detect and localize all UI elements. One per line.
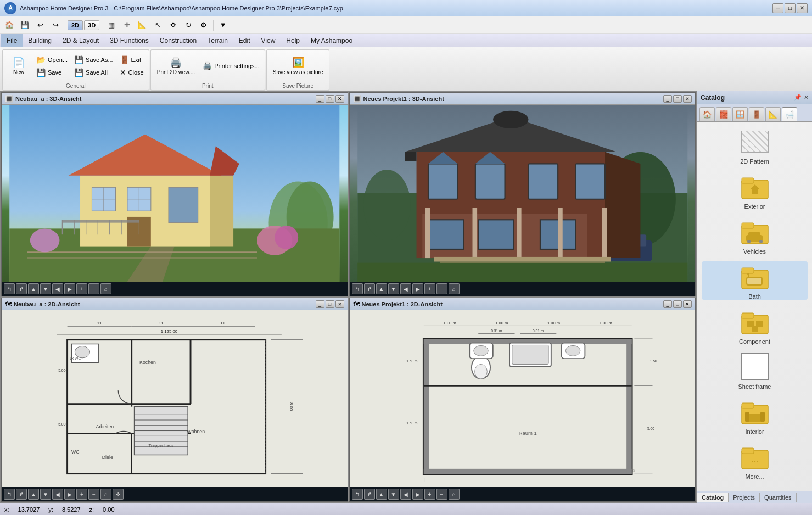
menu-3d-functions[interactable]: 3D Functions bbox=[104, 34, 154, 47]
catalog-item-vehicles[interactable]: Vehicles bbox=[702, 216, 808, 255]
vp-3d-1-tool-up[interactable]: ▲ bbox=[28, 283, 39, 294]
vp-2d-1-tool-8[interactable]: − bbox=[88, 489, 99, 500]
vp-3d-2-minimize[interactable]: _ bbox=[663, 95, 672, 103]
vp-3d-1-tool-left[interactable]: ◀ bbox=[52, 283, 63, 294]
mode-3d-button[interactable]: 3D bbox=[84, 20, 99, 30]
vp-3d-2-tool-left[interactable]: ◀ bbox=[400, 283, 411, 294]
vp-2d-1-tool-settings[interactable]: ✛ bbox=[113, 489, 124, 500]
vp-3d-1-close[interactable]: ✕ bbox=[335, 95, 344, 103]
menu-my-ashampoo[interactable]: My Ashampoo bbox=[305, 34, 358, 47]
redo-button[interactable]: ↪ bbox=[48, 19, 63, 32]
catalog-item-exterior[interactable]: Exterior bbox=[702, 171, 808, 210]
vp-3d-1-tool-zoom-in[interactable]: + bbox=[76, 283, 87, 294]
save-as-button[interactable]: 💾 Save As... bbox=[71, 54, 116, 66]
undo-button[interactable]: ↩ bbox=[33, 19, 47, 32]
catalog-pin-button[interactable]: 📌 bbox=[794, 94, 802, 101]
dropdown-button[interactable]: ▼ bbox=[216, 19, 230, 32]
move-button[interactable]: ✥ bbox=[166, 19, 180, 32]
rotate-button[interactable]: ↻ bbox=[181, 19, 195, 32]
vp-2d-1-tool-7[interactable]: + bbox=[76, 489, 87, 500]
catalog-tab-stairs[interactable]: 📐 bbox=[765, 107, 781, 121]
home-button[interactable]: 🏠 bbox=[2, 19, 16, 32]
catalog-scroll[interactable]: 2D Pattern Exterior bbox=[697, 122, 812, 491]
vp-2d-1-scene[interactable]: 11 11 11 1:125.00 bbox=[2, 310, 348, 487]
mode-2d-button[interactable]: 2D bbox=[68, 20, 83, 30]
catalog-item-2dpattern[interactable]: 2D Pattern bbox=[702, 126, 808, 165]
save-view-picture-button[interactable]: 🖼️ Save view as picture bbox=[269, 55, 327, 77]
vp-2d-2-tool-5[interactable]: ◀ bbox=[400, 489, 411, 500]
print-2d-button[interactable]: 🖨️ Print 2D view.... bbox=[153, 55, 199, 77]
vp-3d-1-tool-down[interactable]: ▼ bbox=[40, 283, 51, 294]
vp-2d-2-tool-7[interactable]: + bbox=[424, 489, 435, 500]
menu-2d-layout[interactable]: 2D & Layout bbox=[57, 34, 104, 47]
vp-2d-1-restore[interactable]: □ bbox=[326, 300, 334, 308]
vp-2d-2-tool-1[interactable]: ↰ bbox=[352, 489, 363, 500]
vp-3d-2-close[interactable]: ✕ bbox=[683, 95, 692, 103]
vp-2d-1-tool-9[interactable]: ⌂ bbox=[100, 489, 111, 500]
vp-3d-2-scene[interactable] bbox=[350, 105, 696, 282]
catalog-tab-wall[interactable]: 🧱 bbox=[716, 107, 731, 121]
menu-help[interactable]: Help bbox=[281, 34, 305, 47]
vp-2d-2-scene[interactable]: 1.00 m 1.00 m 1.00 m 1.00 m 0.31 m 0.31 … bbox=[350, 310, 696, 487]
vp-2d-2-restore[interactable]: □ bbox=[673, 300, 682, 308]
vp-2d-1-tool-2[interactable]: ↱ bbox=[16, 489, 27, 500]
menu-view[interactable]: View bbox=[256, 34, 281, 47]
catalog-item-component[interactable]: Component bbox=[702, 306, 808, 345]
new-button[interactable]: 📄 New bbox=[5, 55, 32, 77]
vp-2d-2-tool-3[interactable]: ▲ bbox=[376, 489, 387, 500]
vp-2d-1-tool-5[interactable]: ◀ bbox=[52, 489, 63, 500]
vp-2d-2-tool-6[interactable]: ▶ bbox=[412, 489, 423, 500]
menu-terrain[interactable]: Terrain bbox=[202, 34, 233, 47]
vp-3d-1-tool-home[interactable]: ⌂ bbox=[100, 283, 111, 294]
catalog-tab-window[interactable]: 🪟 bbox=[732, 107, 748, 121]
vp-2d-2-minimize[interactable]: _ bbox=[663, 300, 672, 308]
vp-2d-2-tool-2[interactable]: ↱ bbox=[364, 489, 375, 500]
menu-construction[interactable]: Construction bbox=[154, 34, 202, 47]
vp-3d-1-tool-rotate-right[interactable]: ↱ bbox=[16, 283, 27, 294]
vp-3d-2-tool-home[interactable]: ⌂ bbox=[449, 283, 460, 294]
catalog-item-more[interactable]: ... More... bbox=[702, 441, 808, 480]
vp-3d-2-tool-down[interactable]: ▼ bbox=[388, 283, 399, 294]
menu-file[interactable]: File bbox=[1, 34, 23, 47]
vp-2d-1-tool-6[interactable]: ▶ bbox=[64, 489, 75, 500]
vp-3d-2-tool-up[interactable]: ▲ bbox=[376, 283, 387, 294]
vp-2d-2-close[interactable]: ✕ bbox=[683, 300, 692, 308]
catalog-item-bath[interactable]: Bath bbox=[702, 261, 808, 300]
menu-building[interactable]: Building bbox=[23, 34, 57, 47]
close-button[interactable]: ✕ bbox=[797, 3, 808, 13]
vp-3d-2-tool-zoom-out[interactable]: − bbox=[436, 283, 447, 294]
vp-2d-2-tool-9[interactable]: ⌂ bbox=[449, 489, 460, 500]
vp-3d-1-minimize[interactable]: _ bbox=[316, 95, 324, 103]
menu-edit[interactable]: Edit bbox=[233, 34, 256, 47]
vp-2d-1-minimize[interactable]: _ bbox=[316, 300, 324, 308]
settings-button[interactable]: ⚙ bbox=[197, 19, 211, 32]
catalog-tab-furniture[interactable]: 🛁 bbox=[782, 107, 797, 121]
catalog-bottom-tab-projects[interactable]: Projects bbox=[729, 493, 760, 502]
select-button[interactable]: ↖ bbox=[150, 19, 165, 32]
vp-3d-2-tool-right[interactable]: ▶ bbox=[412, 283, 423, 294]
restore-button[interactable]: □ bbox=[785, 3, 796, 13]
grid-button[interactable]: ▦ bbox=[104, 19, 119, 32]
catalog-tab-home[interactable]: 🏠 bbox=[699, 107, 715, 121]
vp-2d-2-tool-8[interactable]: − bbox=[436, 489, 447, 500]
catalog-bottom-tab-quantities[interactable]: Quantities bbox=[760, 493, 797, 502]
vp-3d-1-tool-zoom-out[interactable]: − bbox=[88, 283, 99, 294]
vp-2d-1-tool-3[interactable]: ▲ bbox=[28, 489, 39, 500]
vp-3d-1-tool-right[interactable]: ▶ bbox=[64, 283, 75, 294]
vp-3d-2-tool-rotate-left[interactable]: ↰ bbox=[352, 283, 363, 294]
catalog-item-sheetframe[interactable]: Sheet frame bbox=[702, 351, 808, 390]
vp-2d-1-tool-4[interactable]: ▼ bbox=[40, 489, 51, 500]
exit-button[interactable]: 🚪 Exit bbox=[117, 54, 147, 66]
catalog-item-interior[interactable]: Interior bbox=[702, 396, 808, 435]
vp-3d-2-tool-rotate-right[interactable]: ↱ bbox=[364, 283, 375, 294]
save-all-button[interactable]: 💾 Save All bbox=[71, 66, 116, 79]
catalog-bottom-tab-catalog[interactable]: Catalog bbox=[697, 493, 729, 502]
vp-3d-2-restore[interactable]: □ bbox=[673, 95, 682, 103]
snap-button[interactable]: ✛ bbox=[120, 19, 134, 32]
vp-2d-2-tool-4[interactable]: ▼ bbox=[388, 489, 399, 500]
vp-2d-1-close[interactable]: ✕ bbox=[335, 300, 344, 308]
save-button[interactable]: 💾 Save bbox=[33, 66, 70, 79]
vp-3d-1-tool-rotate-left[interactable]: ↰ bbox=[4, 283, 15, 294]
open-button[interactable]: 📂 Open... bbox=[33, 54, 70, 66]
vp-3d-1-restore[interactable]: □ bbox=[326, 95, 334, 103]
